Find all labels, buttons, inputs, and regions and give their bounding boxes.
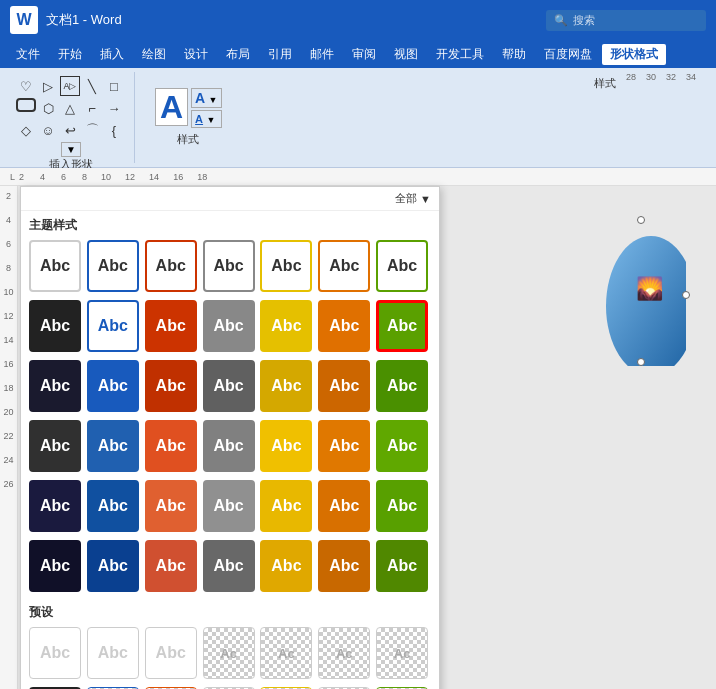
menu-home[interactable]: 开始 [50, 44, 90, 65]
style-r2c3[interactable]: Abc [203, 360, 255, 412]
style-r5c2[interactable]: Abc [145, 540, 197, 592]
shape-rect[interactable]: □ [104, 76, 124, 96]
style-r2c5[interactable]: Abc [318, 360, 370, 412]
blue-shape-area: 🌄 [596, 216, 686, 366]
style-r5c6[interactable]: Abc [376, 540, 428, 592]
style-r3c6[interactable]: Abc [376, 420, 428, 472]
style-r4c6[interactable]: Abc [376, 480, 428, 532]
shape-heart[interactable]: ♡ [16, 76, 36, 96]
panel-filter-arrow: ▼ [420, 193, 431, 205]
menu-design[interactable]: 设计 [176, 44, 216, 65]
style-row1-col0[interactable]: Abc [29, 300, 81, 352]
shape-handle-bottom[interactable] [637, 358, 645, 366]
menu-shape-format[interactable]: 形状格式 [602, 44, 666, 65]
style-r2c1[interactable]: Abc [87, 360, 139, 412]
style-r4c1[interactable]: Abc [87, 480, 139, 532]
format-big-A[interactable]: A [160, 91, 183, 123]
format-a-btn[interactable]: A ▼ [191, 110, 221, 128]
shape-brace[interactable]: { [104, 120, 124, 140]
style-r4c0[interactable]: Abc [29, 480, 81, 532]
menu-mail[interactable]: 邮件 [302, 44, 342, 65]
preset-r0c0[interactable]: Abc [29, 627, 81, 679]
style-row1-col1[interactable]: Abc [87, 300, 139, 352]
style-r3c1[interactable]: Abc [87, 420, 139, 472]
style-r5c0[interactable]: Abc [29, 540, 81, 592]
style-row0-col1[interactable]: Abc [87, 240, 139, 292]
shape-handle-top[interactable] [637, 216, 645, 224]
style-r4c2[interactable]: Abc [145, 480, 197, 532]
style-r5c1[interactable]: Abc [87, 540, 139, 592]
ruler-8: 8 [82, 172, 87, 182]
style-row0-col5[interactable]: Abc [318, 240, 370, 292]
menu-baidu[interactable]: 百度网盘 [536, 44, 600, 65]
format-a-icon: A [195, 113, 203, 125]
preset-r0c2[interactable]: Abc [145, 627, 197, 679]
menu-layout[interactable]: 布局 [218, 44, 258, 65]
menu-draw[interactable]: 绘图 [134, 44, 174, 65]
shape-line[interactable]: ╲ [82, 76, 102, 96]
style-row0-col3[interactable]: Abc [203, 240, 255, 292]
style-row0-col4[interactable]: Abc [260, 240, 312, 292]
style-r2c2[interactable]: Abc [145, 360, 197, 412]
svg-text:🌄: 🌄 [636, 275, 664, 302]
panel-filter-dropdown[interactable]: 全部 ▼ [395, 191, 431, 206]
search-box[interactable]: 🔍 搜索 [546, 10, 706, 31]
menu-view[interactable]: 视图 [386, 44, 426, 65]
shape-arrow[interactable]: → [104, 98, 124, 118]
shape-triangle[interactable]: △ [60, 98, 80, 118]
shape-triangle-right[interactable]: ▷ [38, 76, 58, 96]
menu-file[interactable]: 文件 [8, 44, 48, 65]
preset-r0c3[interactable]: Ac [203, 627, 255, 679]
preset-r0c4[interactable]: Ac [260, 627, 312, 679]
style-r5c3[interactable]: Abc [203, 540, 255, 592]
format-A-dropdown[interactable]: ▼ [209, 95, 218, 105]
shape-bracket[interactable]: ⌐ [82, 98, 102, 118]
style-r3c4[interactable]: Abc [260, 420, 312, 472]
preset-r0c1[interactable]: Abc [87, 627, 139, 679]
shape-handle-right[interactable] [682, 291, 690, 299]
style-r4c5[interactable]: Abc [318, 480, 370, 532]
shape-curved-arrow[interactable]: ↩ [60, 120, 80, 140]
style-r3c0[interactable]: Abc [29, 420, 81, 472]
more-shapes-icon[interactable]: ▼ [61, 142, 81, 157]
menu-help[interactable]: 帮助 [494, 44, 534, 65]
menu-insert[interactable]: 插入 [92, 44, 132, 65]
style-r5c4[interactable]: Abc [260, 540, 312, 592]
preset-r0c6[interactable]: Ac [376, 627, 428, 679]
style-r2c6[interactable]: Abc [376, 360, 428, 412]
shape-pentagon[interactable]: ⬡ [38, 98, 58, 118]
ribbon: ♡ ▷ A▷ ╲ □ ⬡ △ ⌐ → ◇ ☺ ↩ ⌒ { ▼ 插入形状 A [0, 68, 716, 168]
style-row1-col5[interactable]: Abc [318, 300, 370, 352]
shape-arc[interactable]: ⌒ [82, 120, 102, 140]
vr-24: 24 [3, 455, 13, 465]
shape-diamond[interactable]: ◇ [16, 120, 36, 140]
theme-styles-grid-row3: Abc Abc Abc Abc Abc Abc Abc [21, 418, 439, 478]
style-row1-col3[interactable]: Abc [203, 300, 255, 352]
style-r4c4[interactable]: Abc [260, 480, 312, 532]
vr-18: 18 [3, 383, 13, 393]
preset-r0c5[interactable]: Ac [318, 627, 370, 679]
shape-rounded-rect[interactable] [16, 98, 36, 112]
menu-review[interactable]: 审阅 [344, 44, 384, 65]
style-row0-col0[interactable]: Abc [29, 240, 81, 292]
style-row1-col4[interactable]: Abc [260, 300, 312, 352]
style-r2c4[interactable]: Abc [260, 360, 312, 412]
style-r3c5[interactable]: Abc [318, 420, 370, 472]
style-r3c2[interactable]: Abc [145, 420, 197, 472]
style-row1-col6-selected[interactable]: Abc [376, 300, 428, 352]
style-r3c3[interactable]: Abc [203, 420, 255, 472]
shape-text-box[interactable]: A▷ [60, 76, 80, 96]
style-r5c5[interactable]: Abc [318, 540, 370, 592]
style-row0-col2[interactable]: Abc [145, 240, 197, 292]
panel-scroll-area[interactable]: 主题样式 Abc Abc Abc Abc Abc A [21, 211, 439, 689]
style-row0-col6[interactable]: Abc [376, 240, 428, 292]
style-r4c3[interactable]: Abc [203, 480, 255, 532]
format-A-btn[interactable]: A ▼ [191, 88, 221, 108]
ruler-4: 4 [40, 172, 45, 182]
format-a-dropdown[interactable]: ▼ [206, 115, 215, 125]
shape-smile[interactable]: ☺ [38, 120, 58, 140]
style-r2c0[interactable]: Abc [29, 360, 81, 412]
menu-ref[interactable]: 引用 [260, 44, 300, 65]
menu-devtools[interactable]: 开发工具 [428, 44, 492, 65]
style-row1-col2[interactable]: Abc [145, 300, 197, 352]
